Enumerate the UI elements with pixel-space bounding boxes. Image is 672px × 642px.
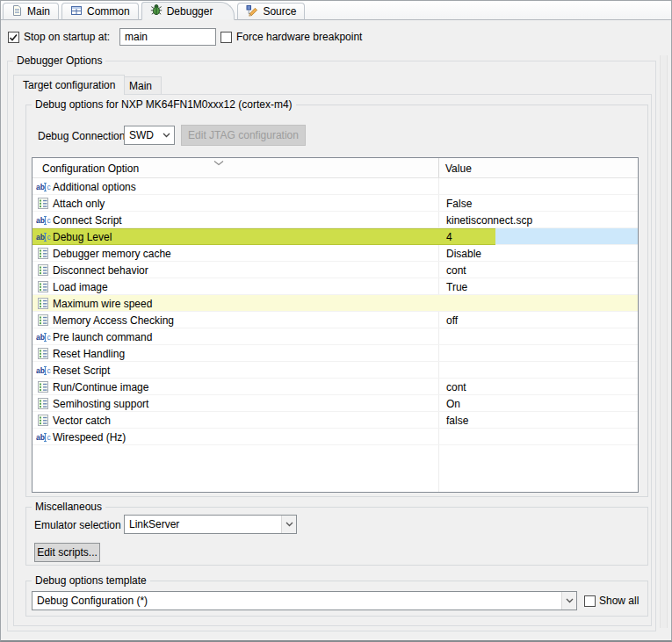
option-name: Load image — [53, 281, 108, 293]
table-row[interactable]: abc Debug Level 4 — [33, 228, 638, 245]
tab-label: Common — [87, 5, 130, 18]
option-name: Disconnect behavior — [53, 264, 148, 277]
table-row[interactable]: Semihosting support On — [33, 395, 638, 412]
launch-config-tabbar: Main Common Debugger Source — [1, 1, 671, 20]
miscellaneous-group-title: Miscellaneous — [32, 501, 105, 514]
svg-text:ab: ab — [36, 233, 45, 242]
column-header-configuration-option[interactable]: Configuration Option — [42, 158, 139, 179]
option-name: Reset Handling — [53, 348, 125, 360]
table-icon — [70, 4, 83, 18]
option-value: False — [439, 195, 638, 212]
option-name: Debugger memory cache — [53, 248, 171, 260]
option-name: Debug Level — [53, 231, 112, 243]
enum-option-icon — [35, 264, 51, 276]
stop-on-startup-checkbox[interactable] — [8, 32, 19, 43]
tab-debugger[interactable]: Debugger — [141, 2, 235, 20]
emulator-selection-select[interactable]: LinkServer — [124, 515, 297, 534]
tab-source[interactable]: Source — [237, 3, 305, 20]
table-row[interactable]: Memory Access Checking off — [33, 312, 638, 328]
show-all-checkbox[interactable] — [584, 595, 596, 607]
option-value: 4 — [439, 228, 638, 245]
source-icon — [246, 4, 258, 19]
svg-text:ab: ab — [36, 183, 45, 191]
vertical-scrollbar-track[interactable] — [660, 55, 668, 628]
tab-label: Main — [27, 5, 50, 18]
tab-inner-main[interactable]: Main — [119, 76, 162, 95]
edit-jtag-configuration-button[interactable]: Edit JTAG configuration — [181, 125, 306, 146]
table-row[interactable]: Attach only False — [33, 195, 638, 212]
text-option-icon: abc — [35, 365, 51, 376]
table-row[interactable]: Reset Handling — [33, 345, 638, 362]
table-row[interactable]: abc Connect Script kinetisconnect.scp — [33, 212, 638, 228]
text-option-icon: abc — [35, 432, 51, 443]
header-column-divider — [438, 158, 439, 177]
text-option-icon: abc — [35, 182, 51, 192]
debug-configuration-dialog: Main Common Debugger Source Stop on star… — [0, 0, 672, 642]
table-row[interactable]: abc Additional options — [33, 178, 638, 195]
table-row[interactable]: Debugger memory cache Disable — [33, 245, 638, 262]
chevron-down-icon — [281, 516, 296, 533]
debug-connection-select[interactable]: SWD — [124, 126, 175, 145]
table-row[interactable]: Run/Continue image cont — [33, 379, 638, 395]
config-table-header: Configuration Option Value — [33, 158, 638, 178]
startup-address-input[interactable]: main — [119, 28, 216, 46]
option-value: off — [439, 312, 638, 328]
svg-text:c: c — [47, 233, 51, 242]
debugger-options-group-title: Debugger Options — [13, 54, 105, 68]
chevron-down-icon — [159, 126, 174, 144]
enum-option-icon — [35, 248, 51, 259]
option-name: Vector catch — [53, 415, 111, 427]
option-name: Reset Script — [53, 364, 110, 377]
debug-options-group-title: Debug options for NXP MK64FN1M0xxx12 (co… — [32, 98, 296, 112]
option-value — [439, 328, 638, 345]
svg-text:c: c — [47, 333, 51, 342]
chevron-down-icon — [561, 592, 576, 610]
config-options-table: Configuration Option Value abc Additiona… — [32, 157, 639, 493]
column-header-value[interactable]: Value — [445, 158, 472, 179]
force-hw-breakpoint-checkbox[interactable] — [220, 32, 232, 43]
option-value — [439, 429, 638, 445]
miscellaneous-group: Miscellaneous — [25, 507, 648, 566]
option-value: cont — [439, 379, 638, 395]
sort-indicator-icon — [213, 156, 224, 169]
enum-option-icon — [35, 348, 51, 359]
debug-connection-label: Debug Connection — [38, 130, 125, 143]
tab-target-configuration[interactable]: Target configuration — [13, 75, 125, 95]
show-all-label: Show all — [599, 595, 639, 608]
option-value: kinetisconnect.scp — [439, 212, 638, 228]
option-name: Attach only — [53, 198, 105, 210]
option-name: Connect Script — [53, 214, 122, 227]
option-value: True — [439, 278, 638, 295]
tab-label: Source — [263, 5, 296, 18]
enum-option-icon — [35, 381, 51, 393]
edit-scripts-button[interactable]: Edit scripts... — [34, 543, 100, 562]
debug-options-template-select[interactable]: Debug Configuration (*) — [32, 591, 577, 610]
bug-icon — [150, 4, 163, 18]
svg-text:c: c — [47, 433, 51, 442]
force-hw-breakpoint-label: Force hardware breakpoint — [236, 31, 362, 44]
table-row[interactable]: Disconnect behavior cont — [33, 262, 638, 278]
svg-text:ab: ab — [36, 216, 45, 225]
table-row[interactable]: abc Pre launch command — [33, 328, 638, 345]
option-value — [439, 178, 638, 195]
option-value: Disable — [439, 245, 638, 262]
svg-text:ab: ab — [36, 366, 45, 375]
enum-option-icon — [35, 198, 51, 209]
table-row[interactable]: Vector catch false — [33, 412, 638, 429]
table-row[interactable]: abc Wirespeed (Hz) — [33, 429, 638, 445]
table-row[interactable]: Maximum wire speed — [33, 295, 638, 312]
config-table-body: abc Additional options Attach only False… — [33, 178, 638, 492]
tab-label: Debugger — [167, 5, 213, 18]
tab-main[interactable]: Main — [3, 3, 59, 20]
option-value: false — [439, 412, 638, 429]
svg-text:ab: ab — [36, 433, 45, 442]
enum-option-icon — [35, 398, 51, 409]
table-row[interactable]: Load image True — [33, 278, 638, 295]
enum-option-icon — [35, 281, 51, 292]
enum-option-icon — [35, 415, 51, 426]
tab-common[interactable]: Common — [61, 3, 139, 20]
table-row[interactable]: abc Reset Script — [33, 362, 638, 379]
svg-text:c: c — [47, 366, 51, 375]
svg-text:c: c — [47, 216, 51, 225]
document-icon — [11, 4, 23, 19]
